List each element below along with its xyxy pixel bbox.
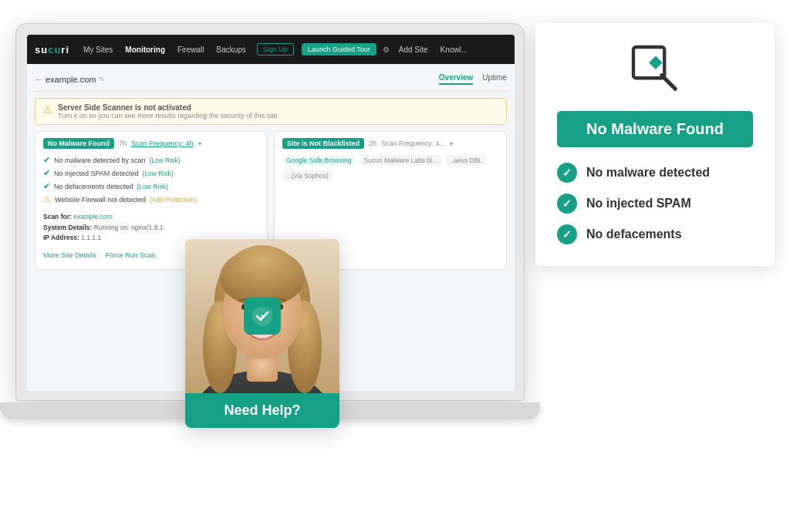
ip-value: 1.1.1.1 — [81, 234, 101, 241]
check-item-1: ✔ No injected SPAM detected (Low Risk) — [43, 168, 259, 178]
warning-icon: ⚠ — [43, 104, 52, 116]
site-name: example.com — [46, 75, 96, 84]
check-item-2: ✔ No defacements detected (Low Risk) — [43, 181, 259, 191]
nav-firewall[interactable]: Firewall — [174, 44, 207, 56]
need-help-footer[interactable]: Need Help? — [185, 393, 339, 428]
risk-label-2: (Low Risk) — [137, 183, 168, 190]
malware-scan-time: 7h — [119, 140, 127, 147]
check-text-3: Website Firewall not detected — [55, 196, 146, 204]
settings-icon: ⚙ — [383, 45, 390, 54]
signup-button[interactable]: Sign Up — [257, 43, 294, 56]
risk-warn-3[interactable]: (Add Protection) — [150, 196, 197, 204]
sucuri-badge-icon — [251, 305, 274, 328]
not-blacklisted-badge: Site is Not Blacklisted — [282, 138, 364, 149]
breadcrumb-left: ← example.com ✎ — [35, 75, 105, 84]
no-malware-badge: No Malware Found — [43, 138, 114, 149]
feature-label-2: No defacements — [586, 227, 682, 241]
nav-add-site[interactable]: Add Site — [396, 44, 431, 56]
warning-text: Server Side Scanner is not activated Tur… — [58, 103, 279, 120]
malware-card-header: No Malware Found 7h Scan Frequency: 4h ▾ — [43, 138, 259, 149]
check-item-3: ⚠ Website Firewall not detected (Add Pro… — [43, 194, 259, 204]
feature-item-1: ✓ No injected SPAM — [557, 194, 753, 214]
tab-uptime[interactable]: Uptime — [482, 73, 507, 85]
warning-banner: ⚠ Server Side Scanner is not activated T… — [35, 98, 507, 125]
right-panel: No Malware Found ✓ No malware detected ✓… — [535, 23, 775, 266]
scan-for-label: Scan for: — [43, 213, 72, 221]
risk-label-1: (Low Risk) — [142, 170, 173, 177]
check-text-1: No injected SPAM detected — [54, 170, 138, 177]
force-scan-link[interactable]: Force Run Scan — [106, 251, 156, 259]
svg-line-2 — [662, 76, 676, 89]
bl-provider-2: ..aeus DBL — [446, 155, 486, 166]
sucuri-badge — [244, 298, 281, 335]
feature-check-0: ✓ — [557, 163, 577, 183]
warning-subtitle: Turn it on so you can see more results r… — [58, 112, 279, 120]
blacklist-card-header: Site is Not Blacklisted 2h Scan Frequenc… — [282, 138, 498, 149]
navbar: sucuri My Sites Monitoring Firewall Back… — [27, 35, 515, 64]
feature-item-2: ✓ No defacements — [557, 224, 753, 244]
warning-title: Server Side Scanner is not activated — [58, 103, 279, 112]
blacklist-scan-time: 2h — [369, 140, 376, 147]
feature-check-1: ✓ — [557, 194, 577, 214]
svg-marker-1 — [649, 56, 663, 69]
check-icon-0: ✔ — [43, 155, 50, 165]
bl-provider-1: Sucuri Malware Labs bl... — [360, 155, 441, 166]
check-icon-1: ✔ — [43, 168, 50, 178]
check-item-0: ✔ No malware detected by scan (Low Risk) — [43, 155, 259, 165]
bl-provider-0: Google Safe Browsing — [282, 155, 356, 166]
feature-label-1: No injected SPAM — [586, 197, 691, 210]
tab-overview[interactable]: Overview — [439, 73, 473, 85]
system-label: System Details: — [43, 224, 92, 231]
tour-button[interactable]: Launch Guided Tour — [302, 43, 376, 56]
check-icon-2: ✔ — [43, 181, 50, 191]
logo: sucuri — [35, 44, 69, 56]
nav-my-sites[interactable]: My Sites — [80, 44, 116, 56]
breadcrumb-tabs: Overview Uptime — [439, 73, 507, 85]
check-text-0: No malware detected by scan — [54, 157, 146, 164]
blacklist-freq-dropdown[interactable]: ▾ — [450, 140, 453, 147]
more-details-link[interactable]: More Site Details — [43, 251, 96, 259]
back-arrow-icon[interactable]: ← — [35, 75, 42, 83]
blacklist-scan-freq: Scan Frequency: 4... — [381, 140, 445, 147]
avatar-image — [185, 239, 339, 393]
malware-scan-freq: Scan Frequency: 4h — [131, 140, 194, 147]
warn-icon-3: ⚠ — [43, 194, 51, 204]
feature-label-0: No malware detected — [586, 166, 710, 180]
bl-provider-3: ...(via Sophos) — [282, 170, 333, 181]
risk-label-0: (Low Risk) — [150, 157, 181, 164]
malware-freq-dropdown[interactable]: ▾ — [198, 140, 201, 147]
edit-icon[interactable]: ✎ — [99, 76, 105, 83]
avatar-card[interactable]: Need Help? — [185, 239, 339, 428]
scan-for-value[interactable]: example.com — [73, 213, 113, 221]
breadcrumb-bar: ← example.com ✎ Overview Uptime — [35, 70, 507, 92]
svg-point-15 — [261, 315, 264, 318]
feature-check-2: ✓ — [557, 224, 577, 244]
check-text-2: No defacements detected — [54, 183, 133, 190]
nav-backups[interactable]: Backups — [213, 44, 248, 56]
ip-label: IP Address: — [43, 234, 79, 241]
blacklist-providers: Google Safe Browsing Sucuri Malware Labs… — [282, 155, 498, 181]
nav-knowledge[interactable]: Knowl... — [437, 44, 471, 56]
feature-list: ✓ No malware detected ✓ No injected SPAM… — [557, 163, 753, 244]
system-value: Running on: nginx/1.8.1 — [94, 224, 164, 231]
feature-item-0: ✓ No malware detected — [557, 163, 753, 183]
search-icon-container — [557, 42, 753, 99]
nav-monitoring[interactable]: Monitoring — [122, 44, 168, 56]
magnifier-icon — [628, 42, 682, 96]
no-malware-banner: No Malware Found — [557, 111, 753, 147]
